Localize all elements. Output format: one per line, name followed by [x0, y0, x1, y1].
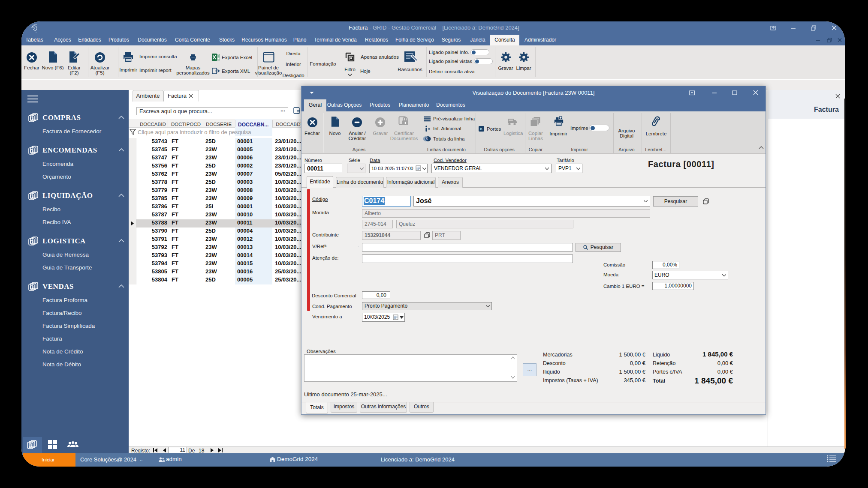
- svg-text:$: $: [426, 137, 428, 141]
- svg-text:K: K: [480, 127, 482, 131]
